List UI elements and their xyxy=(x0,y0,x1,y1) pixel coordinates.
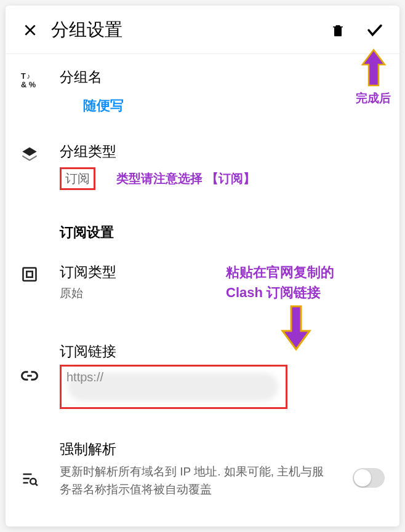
close-icon xyxy=(22,22,38,38)
delete-button[interactable] xyxy=(328,20,348,40)
svg-text:♪: ♪ xyxy=(26,72,30,80)
subscription-type-value: 原始 xyxy=(60,285,385,301)
svg-point-11 xyxy=(30,478,36,484)
group-type-value: 订阅 xyxy=(60,167,95,190)
arrow-up-icon xyxy=(360,49,387,89)
subscription-url-box: https:// xyxy=(60,365,287,409)
annotation-confirm-arrow: 完成后 xyxy=(356,49,391,106)
subscription-url-value: https:// xyxy=(66,370,103,384)
svg-text:&: & xyxy=(21,80,26,88)
svg-text:T: T xyxy=(21,71,26,81)
annotation-arrow-down xyxy=(280,304,312,354)
check-icon xyxy=(366,21,384,39)
force-resolve-toggle[interactable] xyxy=(353,468,385,488)
annotation-confirm-label: 完成后 xyxy=(356,90,391,106)
group-name-value: 随便写 xyxy=(83,97,385,115)
arrow-down-icon xyxy=(280,304,312,352)
subscription-url-label: 订阅链接 xyxy=(60,342,385,361)
header-title: 分组设置 xyxy=(51,18,328,42)
group-name-label: 分组名 xyxy=(60,68,385,87)
force-resolve-label: 强制解析 xyxy=(60,440,326,459)
subscription-type-label: 订阅类型 xyxy=(60,263,385,282)
subscription-type-row[interactable]: 订阅类型 原始 xyxy=(6,249,399,315)
annotation-paste-line2: Clash 订阅链接 xyxy=(226,282,334,303)
subscription-url-row[interactable]: 粘贴在官网复制的 Clash 订阅链接 订阅链接 https:// xyxy=(6,315,399,423)
annotation-paste-url: 粘贴在官网复制的 Clash 订阅链接 xyxy=(226,262,334,303)
subscription-section-title: 订阅设置 xyxy=(6,204,399,249)
annotation-type-hint: 类型请注意选择 【订阅】 xyxy=(116,172,255,185)
force-resolve-desc: 更新时解析所有域名到 IP 地址. 如果可能, 主机与服务器名称指示值将被自动覆… xyxy=(60,463,326,499)
confirm-button[interactable] xyxy=(365,20,385,40)
group-type-row[interactable]: 分组类型 订阅 类型请注意选择 【订阅】 xyxy=(6,129,399,204)
search-list-icon xyxy=(21,470,38,487)
force-resolve-row: 强制解析 更新时解析所有域名到 IP 地址. 如果可能, 主机与服务器名称指示值… xyxy=(6,423,399,512)
layers-icon xyxy=(21,145,38,162)
app-header: 分组设置 xyxy=(6,6,399,54)
svg-text:%: % xyxy=(29,80,36,88)
group-type-label: 分组类型 xyxy=(60,142,385,161)
svg-rect-6 xyxy=(23,268,36,281)
name-icon: T ♪ & % xyxy=(21,71,38,88)
trash-icon xyxy=(331,22,345,39)
svg-line-12 xyxy=(35,483,38,486)
close-button[interactable] xyxy=(20,20,40,40)
annotation-paste-line1: 粘贴在官网复制的 xyxy=(226,262,334,282)
svg-rect-7 xyxy=(26,271,32,277)
subtype-icon xyxy=(21,266,38,283)
link-icon xyxy=(20,367,39,385)
group-name-row[interactable]: T ♪ & % 分组名 随便写 xyxy=(6,54,399,129)
